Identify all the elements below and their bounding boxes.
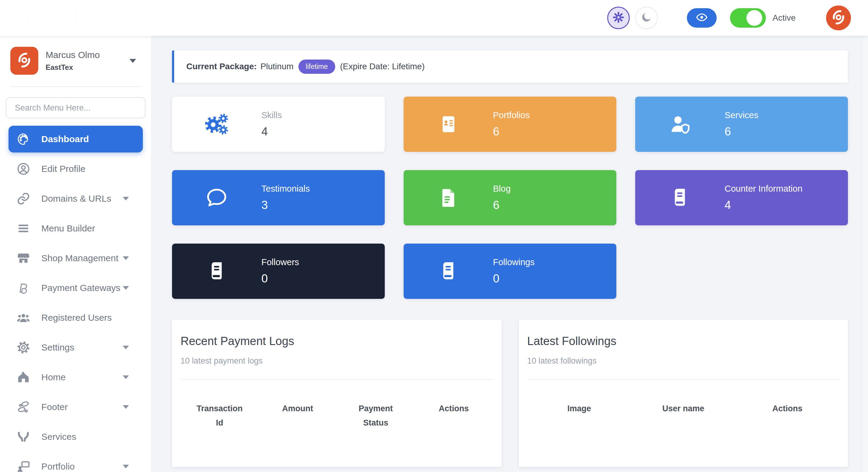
- stat-card-followings: Followings 0: [404, 244, 616, 299]
- panel-divider: [527, 379, 840, 380]
- stat-value: 6: [493, 199, 510, 212]
- sidebar-item-label: Portfolio: [41, 461, 75, 472]
- sidebar-item-payment-gateways[interactable]: Payment Gateways: [8, 273, 143, 303]
- menu-search-input[interactable]: [6, 97, 146, 119]
- panel-divider: [181, 379, 493, 380]
- package-label: Current Package:: [186, 62, 257, 71]
- panel-title: Recent Payment Logs: [181, 335, 493, 348]
- current-package-bar: Current Package: Plutinum lifetime (Expi…: [172, 50, 848, 82]
- main-content: Welcome back, Marcus Olmo! Current Packa…: [152, 0, 862, 467]
- stat-label: Testimonials: [261, 184, 310, 194]
- stat-value: 6: [493, 125, 530, 138]
- sidebar-item-label: Shop Management: [41, 253, 119, 263]
- package-expire-date: (Expire Date: Lifetime): [340, 62, 425, 71]
- light-mode-button[interactable]: [607, 7, 630, 29]
- profile-name: Marcus Olmo: [45, 50, 100, 60]
- sidebar-menu: Dashboard Edit Profile Domains & URLs: [0, 126, 151, 472]
- sidebar-item-shop-management[interactable]: Shop Management: [8, 243, 143, 273]
- stat-card-text: Blog 6: [493, 184, 510, 212]
- users-icon: [15, 311, 32, 325]
- toggle-knob: [746, 10, 762, 26]
- avatar: [10, 47, 38, 75]
- dark-mode-button[interactable]: [635, 7, 658, 29]
- package-name: Plutinum: [260, 62, 293, 71]
- stat-card-text: Services 6: [724, 110, 758, 138]
- scrollbar[interactable]: [862, 36, 868, 472]
- column-header: Image: [527, 402, 631, 416]
- stat-label: Blog: [493, 184, 510, 194]
- stat-card-skills: Skills 4: [172, 97, 385, 152]
- sidebar-item-label: Registered Users: [41, 312, 112, 323]
- gears-icon: [172, 113, 261, 135]
- chevron-down-icon: [123, 465, 129, 468]
- file-lines-icon: [404, 187, 493, 209]
- latest-followings-panel: Latest Followings 10 latest followings I…: [519, 319, 848, 467]
- sidebar-item-services[interactable]: Services: [8, 422, 143, 452]
- profile-names: Marcus Olmo EastTex: [45, 50, 100, 72]
- sidebar-item-dashboard[interactable]: Dashboard: [8, 126, 143, 153]
- cyclone-logo-icon: [829, 8, 848, 28]
- stat-value: 3: [261, 199, 310, 212]
- followings-table-header: Image User name Actions: [527, 402, 840, 416]
- sidebar-item-label: Payment Gateways: [41, 283, 120, 293]
- sidebar-item-label: Settings: [41, 342, 74, 352]
- book-icon: [172, 260, 261, 282]
- sidebar-item-footer[interactable]: Footer: [8, 392, 143, 422]
- chevron-down-icon: [123, 375, 129, 379]
- navbar-logo-placeholder[interactable]: [29, 9, 75, 26]
- sidebar-item-label: Home: [41, 372, 66, 382]
- preview-site-button[interactable]: [687, 8, 717, 28]
- comment-icon: [172, 186, 261, 209]
- book-icon: [404, 260, 493, 282]
- stat-card-text: Followings 0: [493, 257, 535, 285]
- sidebar-divider: [10, 86, 141, 87]
- column-header: Actions: [736, 402, 840, 416]
- sun-icon: [612, 11, 625, 25]
- stat-value: 4: [261, 125, 282, 138]
- sidebar-item-registered-users[interactable]: Registered Users: [8, 303, 143, 333]
- sidebar-item-domains-urls[interactable]: Domains & URLs: [8, 184, 143, 213]
- footprints-icon: [15, 400, 32, 414]
- user-circle-icon: [15, 162, 32, 176]
- sidebar-item-settings[interactable]: Settings: [8, 333, 143, 362]
- stat-card-text: Skills 4: [261, 110, 282, 138]
- bars-icon: [15, 222, 32, 235]
- sidebar-item-label: Footer: [41, 402, 68, 412]
- chevron-down-icon: [129, 59, 136, 63]
- panel-subtitle: 10 latest followings: [527, 356, 840, 366]
- moon-icon: [640, 11, 653, 25]
- active-status-toggle[interactable]: [730, 8, 766, 28]
- column-header: Payment Status: [337, 402, 415, 430]
- panel-subtitle: 10 latest payment logs: [181, 356, 493, 366]
- stat-card-portfolios: Portfolios 6: [404, 97, 616, 152]
- recent-payment-logs-panel: Recent Payment Logs 10 latest payment lo…: [172, 319, 501, 467]
- bottom-panels: Recent Payment Logs 10 latest payment lo…: [172, 319, 848, 467]
- chevron-down-icon: [123, 256, 129, 260]
- topbar: Active: [0, 0, 868, 36]
- stat-card-followers: Followers 0: [172, 244, 385, 299]
- sidebar-item-portfolio[interactable]: Portfolio: [8, 452, 143, 472]
- stat-cards: Skills 4 Portfolios 6: [172, 97, 848, 299]
- brand-logo-button[interactable]: [826, 5, 851, 30]
- package-lifetime-badge: lifetime: [299, 60, 335, 74]
- sidebar-item-home[interactable]: Home: [8, 362, 143, 392]
- chevron-down-icon: [123, 405, 129, 409]
- book-icon: [635, 187, 724, 209]
- sidebar-item-label: Dashboard: [41, 134, 89, 144]
- stat-value: 6: [724, 125, 758, 138]
- sidebar-item-label: Domains & URLs: [41, 194, 111, 204]
- profile-company: EastTex: [45, 63, 100, 72]
- sidebar-item-edit-profile[interactable]: Edit Profile: [8, 154, 143, 184]
- id-card-icon: [404, 113, 493, 135]
- store-icon: [15, 251, 32, 265]
- sidebar-item-menu-builder[interactable]: Menu Builder: [8, 213, 143, 243]
- link-icon: [15, 192, 32, 206]
- portfolio-icon: [15, 460, 32, 472]
- stat-label: Counter Information: [724, 184, 802, 194]
- stat-card-services: Services 6: [635, 97, 848, 152]
- chevron-down-icon: [123, 346, 129, 349]
- profile-menu[interactable]: Marcus Olmo EastTex: [0, 47, 151, 75]
- stat-label: Services: [724, 110, 758, 120]
- sidebar-item-label: Menu Builder: [41, 223, 95, 234]
- stat-value: 0: [261, 272, 299, 285]
